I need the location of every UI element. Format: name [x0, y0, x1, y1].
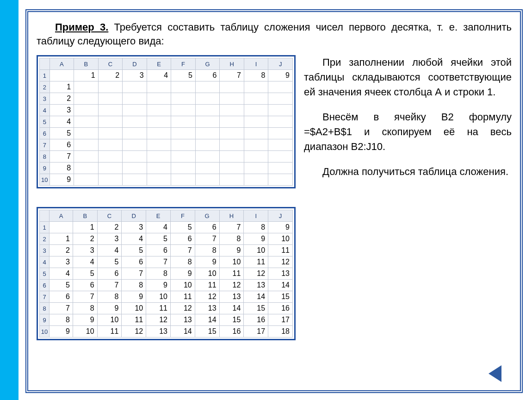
- cell: 2: [97, 222, 122, 233]
- cell: 1: [74, 70, 99, 81]
- cell: 2: [73, 233, 97, 245]
- cell: 17: [244, 326, 268, 338]
- cell-empty: [171, 116, 196, 128]
- cell: 1: [49, 81, 74, 93]
- cell-empty: [244, 151, 268, 162]
- col-header: I: [244, 58, 268, 70]
- cell: 7: [73, 291, 97, 303]
- cell: 6: [97, 268, 122, 280]
- cell-empty: [195, 128, 220, 139]
- cell: 8: [219, 233, 244, 245]
- cell: 8: [122, 280, 146, 291]
- cell-empty: [98, 81, 123, 93]
- cell: 9: [268, 222, 293, 233]
- cell-empty: [74, 162, 99, 174]
- nav-back-button[interactable]: [489, 365, 501, 382]
- row-header: 9: [40, 314, 49, 326]
- cell: 6: [146, 245, 171, 256]
- cell-empty: [74, 174, 99, 186]
- cell-empty: [220, 151, 244, 162]
- cell: 10: [195, 268, 219, 280]
- row-header: 6: [40, 280, 49, 291]
- cell: 9: [219, 245, 244, 256]
- cell-empty: [195, 139, 220, 151]
- cell-empty: [147, 116, 171, 128]
- cell: 12: [195, 291, 219, 303]
- row-header: 10: [40, 326, 49, 338]
- cell: 12: [122, 326, 146, 338]
- cell: 13: [268, 268, 293, 280]
- cell: 6: [122, 256, 146, 268]
- corner-cell: [40, 58, 50, 70]
- cell: 4: [122, 233, 146, 245]
- cell-empty: [220, 174, 244, 186]
- cell: 3: [73, 245, 97, 256]
- cell-empty: [123, 162, 147, 174]
- cell: 3: [49, 105, 74, 116]
- row-header: 3: [40, 245, 49, 256]
- cell: 11: [219, 268, 244, 280]
- cell-empty: [244, 116, 268, 128]
- cell: 12: [219, 280, 244, 291]
- cell-empty: [268, 116, 293, 128]
- cell: 9: [49, 174, 74, 186]
- cell: 5: [122, 245, 146, 256]
- cell: 11: [97, 326, 122, 338]
- col-header: E: [146, 210, 171, 222]
- cell: 9: [73, 314, 97, 326]
- cell-empty: [98, 116, 123, 128]
- cell-empty: [195, 151, 220, 162]
- cell-empty: [195, 116, 220, 128]
- cell-empty: [268, 93, 293, 105]
- cell: 10: [73, 326, 97, 338]
- cell-empty: [220, 139, 244, 151]
- cell-empty: [195, 162, 220, 174]
- cell: 6: [73, 280, 97, 291]
- cell: 10: [170, 280, 195, 291]
- col-header: B: [74, 58, 99, 70]
- cell-empty: [171, 139, 196, 151]
- cell: 2: [49, 245, 73, 256]
- cell: 15: [244, 303, 268, 314]
- paragraph-1: При заполнении любой ячейки этой таблицы…: [304, 55, 512, 100]
- col-header: D: [122, 210, 146, 222]
- cell: 13: [195, 303, 219, 314]
- cell: 4: [73, 256, 97, 268]
- cell: 1: [73, 222, 97, 233]
- cell: 16: [219, 326, 244, 338]
- col-header: A: [49, 58, 74, 70]
- cell-empty: [123, 139, 147, 151]
- row-header: 3: [40, 93, 50, 105]
- cell: 8: [49, 314, 73, 326]
- row-header: 10: [40, 174, 50, 186]
- cell-empty: [74, 151, 99, 162]
- cell: 2: [98, 70, 123, 81]
- cell-empty: [244, 105, 268, 116]
- cell: 7: [49, 303, 73, 314]
- col-header: G: [195, 58, 220, 70]
- row-header: 7: [40, 139, 50, 151]
- cell-empty: [123, 93, 147, 105]
- cell-empty: [220, 162, 244, 174]
- cell: 13: [170, 314, 195, 326]
- paragraph-3: Должна получиться таблица сложения.: [304, 164, 512, 179]
- cell: 8: [73, 303, 97, 314]
- cell: 7: [195, 233, 219, 245]
- cell: 5: [49, 128, 74, 139]
- cell: 6: [49, 139, 74, 151]
- row-header: 7: [40, 291, 49, 303]
- cell-empty: [123, 174, 147, 186]
- cell-empty: [268, 151, 293, 162]
- cell-empty: [123, 105, 147, 116]
- cell-empty: [220, 81, 244, 93]
- cell: 9: [268, 70, 293, 81]
- corner-cell: [40, 210, 49, 222]
- cell-empty: [244, 162, 268, 174]
- cell-empty: [244, 139, 268, 151]
- col-header: J: [268, 58, 293, 70]
- row-header: 8: [40, 303, 49, 314]
- cell-empty: [244, 174, 268, 186]
- cell-empty: [147, 139, 171, 151]
- cell: 5: [170, 222, 195, 233]
- cell: 17: [268, 314, 293, 326]
